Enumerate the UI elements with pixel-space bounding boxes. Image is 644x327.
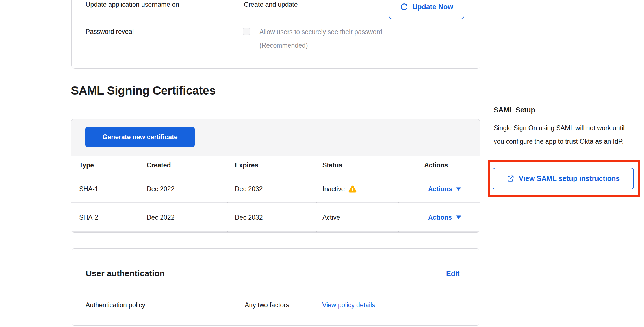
password-reveal-checkbox[interactable] [243,28,250,35]
cell-expires: Dec 2032 [235,213,263,221]
username-update-label: Update application username on [86,0,179,9]
warning-triangle-icon [348,185,357,193]
view-policy-details-link[interactable]: View policy details [322,301,375,309]
cell-created: Dec 2022 [147,213,174,221]
user-authentication-title: User authentication [86,269,165,278]
column-header-status: Status [322,162,342,169]
password-reveal-checkbox-note: (Recommended) [259,41,308,50]
password-reveal-label: Password reveal [86,27,134,36]
generate-new-certificate-button[interactable]: Generate new certificate [85,127,195,147]
saml-setup-title: SAML Setup [494,106,535,114]
column-header-expires: Expires [235,162,258,169]
cell-expires: Dec 2032 [235,185,263,193]
user-authentication-panel: User authentication Edit Authentication … [71,248,480,326]
actions-label: Actions [428,213,452,221]
column-header-type: Type [79,162,94,169]
update-now-button[interactable]: Update Now [389,0,464,19]
certificates-table: Type Created Expires Status Actions SHA-… [71,156,480,232]
cell-type: SHA-2 [79,213,98,221]
status-text: Active [322,213,340,221]
view-saml-setup-instructions-label: View SAML setup instructions [519,175,620,183]
page-title: SAML Signing Certificates [71,84,216,97]
app-settings-panel: Update application username on Create an… [71,0,480,69]
cell-status: Active [322,213,340,221]
table-bottom-border [71,231,480,233]
external-link-icon [507,175,514,182]
actions-dropdown[interactable]: Actions [428,185,461,193]
cell-type: SHA-1 [79,185,98,193]
status-text: Inactive [322,185,345,193]
table-row-sha2: SHA-2 Dec 2022 Dec 2032 Active Actions [71,203,480,231]
authentication-policy-value: Any two factors [245,301,289,309]
edit-link[interactable]: Edit [446,270,459,278]
refresh-icon [400,3,408,11]
generate-new-certificate-label: Generate new certificate [103,133,178,141]
actions-dropdown[interactable]: Actions [428,213,461,221]
password-reveal-checkbox-label: Allow users to securely see their passwo… [259,27,382,37]
cell-created: Dec 2022 [147,185,174,193]
view-saml-setup-instructions-button[interactable]: View SAML setup instructions [493,168,634,189]
username-update-value: Create and update [244,0,298,9]
certificates-table-header: Type Created Expires Status Actions [71,156,480,176]
update-now-label: Update Now [412,3,453,11]
actions-label: Actions [428,185,452,193]
saml-setup-description: Single Sign On using SAML will not work … [494,121,626,148]
certificates-panel: Generate new certificate Type Created Ex… [71,119,480,233]
column-header-created: Created [147,162,171,169]
table-row-sha1: SHA-1 Dec 2022 Dec 2032 Inactive Actions [71,176,480,202]
chevron-down-icon [456,216,461,219]
authentication-policy-label: Authentication policy [86,301,145,309]
cell-status: Inactive [322,185,357,193]
chevron-down-icon [456,187,461,191]
column-header-actions: Actions [424,162,448,169]
